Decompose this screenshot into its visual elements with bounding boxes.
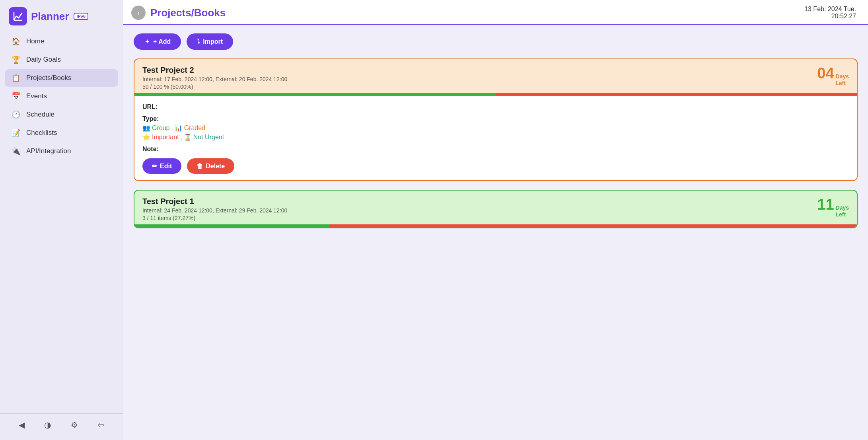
projects-icon: 📋 <box>11 74 21 82</box>
type-group: 👥 Group <box>142 124 169 132</box>
url-field: URL: <box>142 103 849 111</box>
progress-bar-fill-2 <box>134 93 496 96</box>
sidebar-label-schedule: Schedule <box>26 111 54 119</box>
page-title: Projects/Books <box>150 7 226 19</box>
note-label: Note: <box>142 146 159 152</box>
type-not-urgent: ⌛ Not Urgent <box>184 133 224 141</box>
important-label: Important <box>152 134 179 141</box>
note-field: Note: <box>142 146 849 153</box>
settings-button[interactable]: ⚙ <box>68 419 81 431</box>
back-button[interactable]: ‹ <box>131 6 146 20</box>
project-card-test-project-2: Test Project 2 Internal: 17 Feb. 2024 12… <box>134 58 858 181</box>
app-name: Planner <box>31 10 69 23</box>
delete-icon: 🗑 <box>197 163 203 170</box>
sidebar-item-checklists[interactable]: 📝 Checklists <box>5 124 118 142</box>
card-info-test-project-1: Test Project 1 Internal: 24 Feb. 2024 12… <box>142 197 287 221</box>
days-number-1: 11 <box>817 197 834 212</box>
sidebar-label-events: Events <box>26 92 47 100</box>
type-tags: 👥 Group , 📊 Graded <box>142 124 849 132</box>
edit-label: Edit <box>160 163 172 170</box>
project-title-2: Test Project 2 <box>142 66 287 75</box>
delete-label: Delete <box>206 163 225 170</box>
checklists-icon: 📝 <box>11 128 21 137</box>
type-important: ⭐ Important <box>142 133 179 141</box>
sidebar-nav: 🏠 Home 🏆 Daily Goals 📋 Projects/Books 📅 … <box>0 33 123 410</box>
project-progress-text-2: 50 / 100 % (50.00%) <box>142 84 287 90</box>
add-label: + Add <box>153 38 171 45</box>
sidebar-item-events[interactable]: 📅 Events <box>5 88 118 105</box>
days-label-1: DaysLeft <box>836 204 849 218</box>
time-label: 20:52:27 <box>831 13 856 19</box>
separator-2: , <box>181 134 182 140</box>
sidebar-item-daily-goals[interactable]: 🏆 Daily Goals <box>5 51 118 68</box>
internal-date-1: Internal: 24 Feb. 2024 12:00 <box>142 207 212 214</box>
type-field: Type: 👥 Group , 📊 Graded <box>142 115 849 141</box>
logo-area: Planner IPv6 <box>0 7 123 33</box>
not-urgent-icon: ⌛ <box>184 133 192 141</box>
edit-icon: ✏ <box>152 162 157 170</box>
sidebar-item-home[interactable]: 🏠 Home <box>5 33 118 50</box>
graded-icon: 📊 <box>175 124 183 132</box>
days-left-1: 11 DaysLeft <box>817 197 849 218</box>
action-bar: ＋ + Add ⤵ Import <box>134 33 858 50</box>
edit-button-2[interactable]: ✏ Edit <box>142 158 181 174</box>
progress-bar-wrap-1 <box>134 224 857 228</box>
card-info-test-project-2: Test Project 2 Internal: 17 Feb. 2024 12… <box>142 66 287 90</box>
sidebar-item-projects-books[interactable]: 📋 Projects/Books <box>5 69 118 87</box>
progress-bar-wrap-2 <box>134 93 857 96</box>
card-header-test-project-2: Test Project 2 Internal: 17 Feb. 2024 12… <box>134 59 857 93</box>
add-button[interactable]: ＋ + Add <box>134 33 181 50</box>
import-label: Import <box>203 38 223 45</box>
sidebar-item-api-integration[interactable]: 🔌 API/Integration <box>5 142 118 160</box>
topbar-date: 13 Feb. 2024 Tue. 20:52:27 <box>804 6 856 20</box>
project-dates-2: Internal: 17 Feb. 2024 12:00, External: … <box>142 76 287 82</box>
topbar: ‹ Projects/Books 13 Feb. 2024 Tue. 20:52… <box>123 0 868 25</box>
sidebar: Planner IPv6 🏠 Home 🏆 Daily Goals 📋 Proj… <box>0 0 123 440</box>
theme-button[interactable]: ◑ <box>41 419 54 431</box>
sidebar-bottom: ◀ ◑ ⚙ ⇦ <box>0 413 123 436</box>
topbar-left: ‹ Projects/Books <box>131 6 226 20</box>
date-label: 13 Feb. 2024 Tue. <box>804 6 856 12</box>
app-badge: IPv6 <box>74 13 88 20</box>
import-icon: ⤵ <box>197 38 200 45</box>
group-label: Group <box>152 125 169 132</box>
type-tags-row2: ⭐ Important , ⌛ Not Urgent <box>142 133 849 141</box>
type-graded: 📊 Graded <box>175 124 205 132</box>
url-label: URL: <box>142 103 158 110</box>
sidebar-item-schedule[interactable]: 🕐 Schedule <box>5 106 118 123</box>
content-area: ＋ + Add ⤵ Import Test Project 2 Internal… <box>123 25 868 440</box>
logout-button[interactable]: ⇦ <box>94 419 107 431</box>
home-icon: 🏠 <box>11 37 21 46</box>
sidebar-label-daily-goals: Daily Goals <box>26 56 61 64</box>
days-number-2: 04 <box>817 66 834 81</box>
group-icon: 👥 <box>142 124 150 132</box>
sidebar-label-projects-books: Projects/Books <box>26 74 71 82</box>
schedule-icon: 🕐 <box>11 110 21 119</box>
type-label: Type: <box>142 115 159 122</box>
project-dates-1: Internal: 24 Feb. 2024 12:00, External: … <box>142 207 287 214</box>
logo-icon <box>9 7 27 25</box>
sidebar-label-home: Home <box>26 37 44 45</box>
external-date-1: External: 29 Feb. 2024 12:00 <box>216 207 288 214</box>
collapse-button[interactable]: ◀ <box>16 419 28 431</box>
delete-button-2[interactable]: 🗑 Delete <box>187 158 234 174</box>
daily-goals-icon: 🏆 <box>11 55 21 64</box>
project-title-1: Test Project 1 <box>142 197 287 206</box>
days-label-2: DaysLeft <box>836 73 849 87</box>
progress-bar-fill-1 <box>134 224 329 228</box>
sidebar-label-api-integration: API/Integration <box>26 147 71 155</box>
events-icon: 📅 <box>11 92 21 101</box>
sidebar-label-checklists: Checklists <box>26 129 57 137</box>
separator-1: , <box>171 125 173 131</box>
back-icon: ‹ <box>137 9 140 17</box>
project-card-test-project-1: Test Project 1 Internal: 24 Feb. 2024 12… <box>134 190 858 228</box>
internal-date-2: Internal: 17 Feb. 2024 12:00 <box>142 76 212 82</box>
project-progress-text-1: 3 / 11 items (27.27%) <box>142 215 287 221</box>
not-urgent-label: Not Urgent <box>193 134 224 141</box>
main-content: ‹ Projects/Books 13 Feb. 2024 Tue. 20:52… <box>123 0 868 440</box>
api-icon: 🔌 <box>11 147 21 156</box>
external-date-2: External: 20 Feb. 2024 12:00 <box>216 76 288 82</box>
card-header-test-project-1: Test Project 1 Internal: 24 Feb. 2024 12… <box>134 191 857 224</box>
card-body-test-project-2: URL: Type: 👥 Group , 📊 Graded <box>134 96 857 180</box>
import-button[interactable]: ⤵ Import <box>187 33 233 50</box>
